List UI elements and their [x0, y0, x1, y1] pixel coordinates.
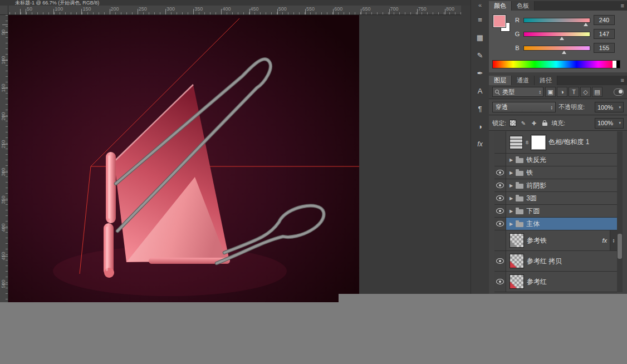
foreground-color-swatch[interactable]: [493, 15, 506, 27]
paragraph-panel-icon[interactable]: ¶: [473, 102, 487, 115]
filter-type-select[interactable]: 类型 ▴ ▾: [492, 87, 543, 97]
layer-thumbnail[interactable]: [510, 254, 524, 268]
slider-thumb[interactable]: [562, 51, 566, 54]
fx-expand-icon[interactable]: ▴▾: [610, 230, 617, 250]
slider-thumb[interactable]: [560, 37, 564, 40]
ruler-origin[interactable]: [0, 6, 8, 15]
r-value-field[interactable]: 240: [594, 15, 615, 25]
layer-row-main[interactable]: ▶下圆: [506, 205, 617, 217]
channel-label: G: [515, 31, 520, 37]
layer-row[interactable]: ▶主体: [494, 218, 617, 230]
tab-channels[interactable]: 通道: [512, 76, 535, 85]
b-slider-track[interactable]: [523, 46, 590, 51]
layer-row-main[interactable]: ▶铁: [506, 166, 617, 179]
visibility-toggle[interactable]: [494, 179, 506, 191]
filter-smart-objects-icon[interactable]: ▤: [592, 87, 602, 97]
g-value-field[interactable]: 147: [594, 29, 615, 39]
layer-row-main[interactable]: 参考红 拷贝: [506, 251, 617, 271]
panel-menu-icon[interactable]: ≡: [621, 1, 624, 11]
visibility-toggle[interactable]: [494, 205, 506, 217]
lock-image-pixels-icon[interactable]: ✎: [519, 119, 528, 127]
b-value-field[interactable]: 155: [594, 43, 615, 53]
disclosure-triangle-icon[interactable]: ▶: [510, 158, 513, 163]
filter-shape-layers-icon[interactable]: ◇: [580, 87, 591, 97]
visibility-toggle[interactable]: [494, 230, 506, 250]
tab-swatches[interactable]: 色板: [512, 1, 535, 11]
r-slider-track[interactable]: [523, 18, 590, 23]
fill-select[interactable]: 100% ▾: [595, 118, 624, 129]
filter-toggle-switch[interactable]: [614, 88, 624, 96]
document-tab[interactable]: 未标题-1 @ 66.7% (开始调色, RGB/8): [0, 0, 471, 6]
disclosure-triangle-icon[interactable]: ▶: [510, 196, 513, 201]
layer-row[interactable]: ▶铁: [494, 166, 617, 179]
tab-layers[interactable]: 图层: [489, 76, 512, 85]
layer-row-main[interactable]: ▶主体: [506, 218, 617, 230]
layer-row[interactable]: ▶前阴影: [494, 179, 617, 192]
tab-paths[interactable]: 路径: [535, 76, 557, 85]
lock-transparent-pixels-icon[interactable]: [508, 119, 517, 127]
layers-scrollbar[interactable]: [617, 131, 623, 292]
styles-panel-icon[interactable]: ▦: [473, 31, 487, 44]
visibility-toggle[interactable]: [494, 251, 506, 271]
opacity-select[interactable]: 100% ▾: [595, 102, 624, 112]
layer-row[interactable]: ▶3圆: [494, 192, 617, 205]
adjustment-layer-icon[interactable]: [510, 136, 523, 149]
layer-styles-panel-icon[interactable]: fx: [473, 137, 487, 151]
g-slider-track[interactable]: [523, 32, 590, 37]
layer-row-main[interactable]: ▶前阴影: [506, 179, 617, 191]
color-spectrum-ramp[interactable]: [492, 60, 620, 68]
layer-row-main[interactable]: 8色相/饱和度 1: [506, 131, 617, 153]
visibility-toggle[interactable]: [494, 166, 506, 179]
layer-thumbnail[interactable]: [510, 274, 524, 289]
layer-mask-thumbnail[interactable]: [531, 135, 546, 150]
slider-thumb[interactable]: [584, 23, 588, 26]
ruler-number: 500: [278, 6, 287, 12]
character-panel-icon[interactable]: A: [473, 84, 487, 97]
filter-type-layers-icon[interactable]: T: [569, 87, 579, 97]
ruler-number: 350: [1, 195, 6, 204]
masks-panel-icon[interactable]: ◑: [473, 120, 487, 133]
blend-options-row: 穿透 ▴ ▾ 不透明度: 100% ▾: [489, 100, 627, 115]
layer-row-main[interactable]: 参考铁fx▴▾: [506, 230, 617, 250]
collapse-panels-icon[interactable]: «: [473, 1, 487, 8]
brush-panel-icon[interactable]: ✒: [473, 66, 487, 80]
layer-row[interactable]: ▶铁反光: [494, 154, 617, 166]
layer-row-main[interactable]: ▶铁反光: [506, 154, 617, 166]
layer-row[interactable]: 参考铁fx▴▾: [494, 230, 617, 251]
panel-menu-icon[interactable]: ≡: [621, 76, 624, 85]
document-canvas[interactable]: [8, 15, 359, 302]
lock-all-icon[interactable]: [540, 119, 549, 127]
disclosure-triangle-icon[interactable]: ▶: [510, 209, 513, 214]
visibility-toggle[interactable]: [494, 131, 506, 153]
visibility-toggle[interactable]: [494, 154, 506, 166]
layer-row[interactable]: 8色相/饱和度 1: [494, 131, 617, 154]
layer-thumbnail[interactable]: [510, 233, 524, 248]
blend-mode-select[interactable]: 穿透 ▴ ▾: [492, 102, 556, 112]
visibility-toggle[interactable]: [494, 192, 506, 204]
lock-position-icon[interactable]: ✚: [530, 119, 538, 127]
disclosure-triangle-icon[interactable]: ▶: [510, 170, 513, 175]
layer-row[interactable]: ▶下圆: [494, 205, 617, 218]
adjustments-panel-icon[interactable]: ≡: [473, 13, 487, 26]
vertical-ruler[interactable]: 50100150200250300350400450500: [0, 15, 8, 302]
layer-row-main[interactable]: ▶3圆: [506, 192, 617, 204]
eye-icon: [496, 279, 504, 284]
tab-color[interactable]: 颜色: [489, 1, 512, 11]
visibility-toggle[interactable]: [494, 272, 506, 292]
color-slider-row: G147: [515, 29, 624, 39]
layer-filter-row: 类型 ▴ ▾ ▣◑T◇▤: [489, 85, 627, 99]
layer-row[interactable]: 参考红: [494, 272, 617, 292]
tool-presets-panel-icon[interactable]: ✎: [473, 48, 487, 62]
layer-row-main[interactable]: 参考红: [506, 272, 617, 292]
disclosure-triangle-icon[interactable]: ▶: [510, 222, 513, 227]
spectrum-white-swatch[interactable]: [613, 61, 616, 68]
spectrum-black-sw[interactable]: [616, 61, 620, 68]
horizontal-ruler[interactable]: 5010015020025030035040045050055060065070…: [8, 6, 461, 15]
visibility-toggle[interactable]: [494, 218, 506, 230]
layer-row[interactable]: 参考红 拷贝: [494, 251, 617, 272]
filter-pixel-layers-icon[interactable]: ▣: [545, 87, 556, 97]
workspace-empty-right: [339, 294, 627, 364]
filter-adjustment-layers-icon[interactable]: ◑: [557, 87, 567, 97]
disclosure-triangle-icon[interactable]: ▶: [510, 183, 513, 188]
scrollbar-thumb[interactable]: [618, 234, 622, 259]
